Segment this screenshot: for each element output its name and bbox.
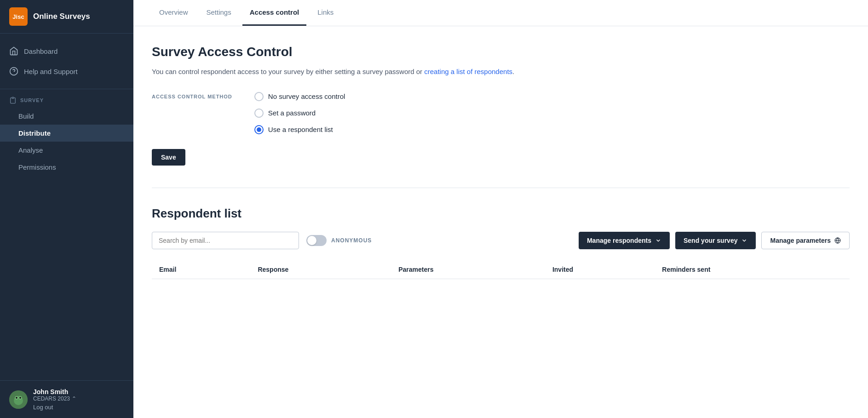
radio-group: No survey access control Set a password … <box>254 92 345 134</box>
method-label: ACCESS CONTROL METHOD <box>152 94 232 99</box>
survey-section-label: SURVEY <box>0 97 133 108</box>
col-response: Response <box>250 260 391 279</box>
col-parameters: Parameters <box>391 260 545 279</box>
survey-section: SURVEY Build Distribute Analyse Permissi… <box>0 89 133 183</box>
respondent-table: Email Response Parameters Invited Remind… <box>152 260 850 279</box>
sidebar-header: Jisc Online Surveys <box>0 0 133 34</box>
sidebar-item-distribute[interactable]: Distribute <box>0 125 133 142</box>
sidebar-footer: John Smith CEDARS 2023 ⌃ Log out <box>0 380 133 418</box>
manage-parameters-button[interactable]: Manage parameters <box>761 232 850 249</box>
save-button[interactable]: Save <box>152 149 185 166</box>
chevron-down-icon <box>655 237 661 244</box>
sidebar: Jisc Online Surveys Dashboard Help and <box>0 0 133 418</box>
table-head: Email Response Parameters Invited Remind… <box>152 260 850 279</box>
avatar <box>9 390 28 409</box>
anonymous-label: ANONYMOUS <box>331 237 372 244</box>
radio-respondent-list[interactable]: Use a respondent list <box>254 125 345 134</box>
access-control-title: Survey Access Control <box>152 45 850 59</box>
content-area: Survey Access Control You can control re… <box>133 26 868 298</box>
anonymous-toggle: ANONYMOUS <box>306 235 372 246</box>
manage-respondents-button[interactable]: Manage respondents <box>579 232 670 249</box>
help-circle-icon <box>9 67 18 76</box>
access-control-row: ACCESS CONTROL METHOD No survey access c… <box>152 92 850 134</box>
home-icon <box>9 46 18 56</box>
search-input[interactable] <box>152 232 299 249</box>
globe-icon <box>834 237 841 244</box>
svg-point-8 <box>19 397 21 399</box>
sidebar-item-dashboard[interactable]: Dashboard <box>0 41 133 61</box>
svg-point-7 <box>16 397 17 399</box>
respondent-toolbar: ANONYMOUS Manage respondents Send your s… <box>152 232 850 249</box>
radio-circle-respondent-list <box>254 125 264 134</box>
respondent-list-link[interactable]: creating a list of respondents <box>424 68 512 75</box>
dashboard-label: Dashboard <box>24 47 57 55</box>
radio-circle-password <box>254 109 264 118</box>
tab-overview[interactable]: Overview <box>152 0 195 26</box>
user-name: John Smith <box>33 388 124 395</box>
tab-links[interactable]: Links <box>310 0 341 26</box>
send-survey-button[interactable]: Send your survey <box>675 232 756 249</box>
help-label: Help and Support <box>24 68 78 75</box>
radio-circle-none <box>254 92 264 101</box>
logout-button[interactable]: Log out <box>33 404 124 411</box>
user-details: John Smith CEDARS 2023 ⌃ Log out <box>33 388 124 411</box>
tab-access-control[interactable]: Access control <box>242 0 307 26</box>
sidebar-item-analyse[interactable]: Analyse <box>0 142 133 159</box>
tab-settings[interactable]: Settings <box>199 0 239 26</box>
svg-rect-2 <box>12 97 14 98</box>
radio-no-control[interactable]: No survey access control <box>254 92 345 101</box>
anonymous-toggle-track[interactable] <box>306 235 327 246</box>
user-info: John Smith CEDARS 2023 ⌃ Log out <box>9 388 124 411</box>
jisc-logo: Jisc <box>9 7 28 26</box>
sidebar-item-permissions[interactable]: Permissions <box>0 159 133 176</box>
main-nav: Dashboard Help and Support <box>0 34 133 89</box>
chevron-down-icon-2 <box>741 237 747 244</box>
col-email: Email <box>152 260 250 279</box>
section-divider <box>152 188 850 188</box>
toolbar-right: Manage respondents Send your survey Mana… <box>579 232 850 249</box>
radio-password[interactable]: Set a password <box>254 109 345 118</box>
tabs-bar: Overview Settings Access control Links <box>133 0 868 26</box>
col-reminders-sent: Reminders sent <box>655 260 850 279</box>
user-survey: CEDARS 2023 ⌃ <box>33 395 124 402</box>
sidebar-item-build[interactable]: Build <box>0 108 133 125</box>
toggle-thumb <box>307 236 316 245</box>
col-invited: Invited <box>545 260 655 279</box>
access-control-description: You can control respondent access to you… <box>152 67 850 77</box>
chevron-icon: ⌃ <box>72 395 76 402</box>
app-title: Online Surveys <box>33 12 90 21</box>
clipboard-icon <box>9 97 17 104</box>
table-header-row: Email Response Parameters Invited Remind… <box>152 260 850 279</box>
respondent-list-title: Respondent list <box>152 206 850 221</box>
main-content: Overview Settings Access control Links S… <box>133 0 868 418</box>
sidebar-item-help[interactable]: Help and Support <box>0 61 133 81</box>
